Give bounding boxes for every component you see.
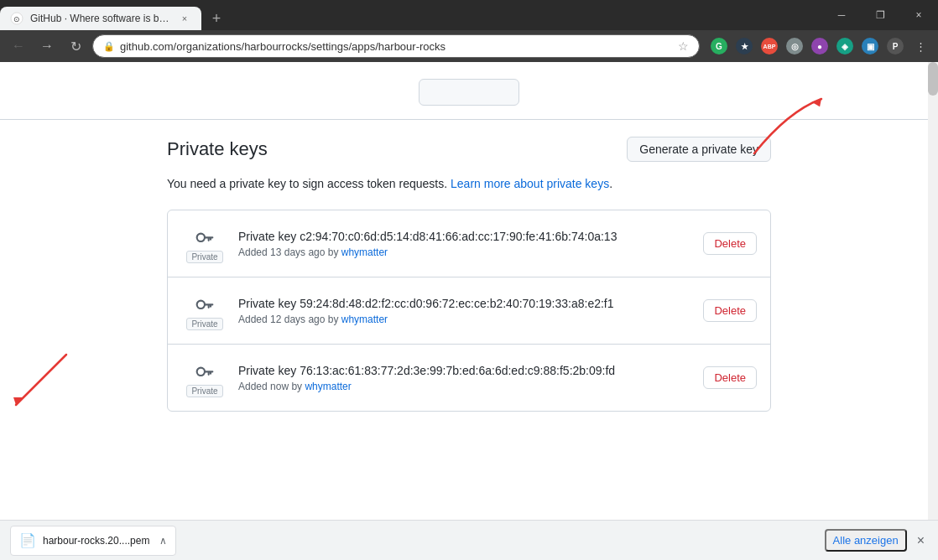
key-private-label: Private [186, 318, 222, 330]
scrollbar[interactable] [928, 62, 938, 530]
key-private-label: Private [186, 251, 222, 263]
ext5-icon[interactable]: ● [809, 35, 831, 57]
key-icon-wrap: Private [181, 291, 228, 330]
ext7-icon[interactable]: ▣ [859, 35, 881, 57]
arrow-annotation-bottom [0, 346, 83, 413]
download-bar-close-button[interactable]: × [914, 530, 928, 552]
page-wrapper: Private keys Generate a private key You … [0, 62, 938, 530]
svg-point-4 [197, 368, 205, 376]
svg-marker-6 [13, 397, 23, 405]
private-keys-title: Private keys [167, 138, 268, 160]
key-icon-wrap: Private [181, 224, 228, 263]
key-icon [193, 224, 216, 247]
info-text-before: You need a private key to sign access to… [167, 177, 447, 190]
svg-point-3 [197, 301, 205, 309]
close-button[interactable]: × [899, 3, 938, 28]
key-info: Private key c2:94:70:c0:6d:d5:14:d8:41:6… [238, 230, 693, 258]
download-filename: harbour-rocks.20....pem [43, 535, 149, 547]
download-item[interactable]: 📄 harbour-rocks.20....pem ∧ [10, 526, 176, 556]
keys-container: Private Private key c2:94:70:c0:6d:d5:14… [167, 210, 771, 412]
ext6-icon[interactable]: ◈ [834, 35, 856, 57]
key-meta: Added 13 days ago by whymatter [238, 246, 693, 258]
delete-key-button[interactable]: Delete [703, 366, 757, 389]
tab-close-button[interactable]: × [178, 12, 191, 25]
key-meta: Added 12 days ago by whymatter [238, 314, 693, 325]
key-info: Private key 59:24:8d:48:d2:f2:cc:d0:96:7… [238, 297, 693, 325]
download-file-icon: 📄 [19, 532, 36, 548]
ext4-icon[interactable]: ◎ [784, 35, 805, 57]
key-fingerprint: Private key c2:94:70:c0:6d:d5:14:d8:41:6… [238, 230, 693, 243]
key-meta: Added now by whymatter [238, 381, 693, 392]
lock-icon: 🔒 [103, 41, 115, 52]
tab-favicon: ⊙ [10, 12, 23, 25]
key-private-label: Private [186, 385, 222, 397]
svg-text:⊙: ⊙ [13, 15, 20, 23]
learn-more-link[interactable]: Learn more about private keys [451, 177, 609, 190]
back-button[interactable]: ← [7, 34, 30, 58]
browser-tab[interactable]: ⊙ GitHub · Where software is built × [0, 7, 201, 30]
key-row: Private Private key 76:13:ac:61:83:77:2d… [168, 345, 770, 411]
delete-key-button[interactable]: Delete [703, 299, 757, 322]
address-bar[interactable]: 🔒 github.com/organizations/harbourrocks/… [92, 34, 700, 58]
tab-title: GitHub · Where software is built [30, 13, 171, 24]
key-icon [193, 358, 216, 381]
info-text: You need a private key to sign access to… [167, 175, 771, 193]
bookmark-icon[interactable]: ☆ [678, 39, 689, 53]
key-info: Private key 76:13:ac:61:83:77:2d:3e:99:7… [238, 364, 693, 392]
restore-button[interactable]: ❐ [861, 3, 899, 28]
generate-private-key-button[interactable]: Generate a private key [627, 137, 771, 162]
ext2-icon[interactable]: ★ [733, 35, 755, 57]
key-row: Private Private key c2:94:70:c0:6d:d5:14… [168, 210, 770, 277]
menu-button[interactable]: ⋮ [909, 35, 931, 57]
private-keys-header: Private keys Generate a private key [167, 120, 771, 162]
new-tab-button[interactable]: + [205, 7, 228, 30]
key-user-link[interactable]: whymatter [305, 381, 351, 392]
svg-point-2 [197, 234, 205, 241]
download-bar: 📄 harbour-rocks.20....pem ∧ Alle anzeige… [0, 520, 938, 560]
key-icon-wrap: Private [181, 358, 228, 397]
key-icon [193, 291, 216, 314]
profile-icon[interactable]: P [884, 35, 906, 57]
delete-key-button[interactable]: Delete [703, 232, 757, 255]
forward-button[interactable]: → [35, 34, 59, 58]
key-user-link[interactable]: whymatter [341, 314, 388, 325]
adblock-icon[interactable]: ABP [758, 35, 780, 57]
reload-button[interactable]: ↻ [64, 34, 87, 58]
url-text: github.com/organizations/harbourrocks/se… [120, 40, 670, 53]
download-chevron-icon[interactable]: ∧ [159, 535, 167, 547]
top-partial-button[interactable] [419, 79, 519, 106]
key-fingerprint: Private key 76:13:ac:61:83:77:2d:3e:99:7… [238, 364, 693, 377]
toolbar-icons: G ★ ABP ◎ ● ◈ ▣ P ⋮ [708, 35, 931, 57]
grammarly-icon[interactable]: G [708, 35, 730, 57]
minimize-button[interactable]: ─ [822, 3, 861, 28]
key-fingerprint: Private key 59:24:8d:48:d2:f2:cc:d0:96:7… [238, 297, 693, 310]
key-row: Private Private key 59:24:8d:48:d2:f2:cc… [168, 277, 770, 345]
show-all-downloads-button[interactable]: Alle anzeigen [825, 529, 907, 552]
info-text-period: . [609, 177, 612, 190]
key-user-link[interactable]: whymatter [341, 246, 388, 258]
scrollbar-thumb[interactable] [928, 62, 938, 96]
